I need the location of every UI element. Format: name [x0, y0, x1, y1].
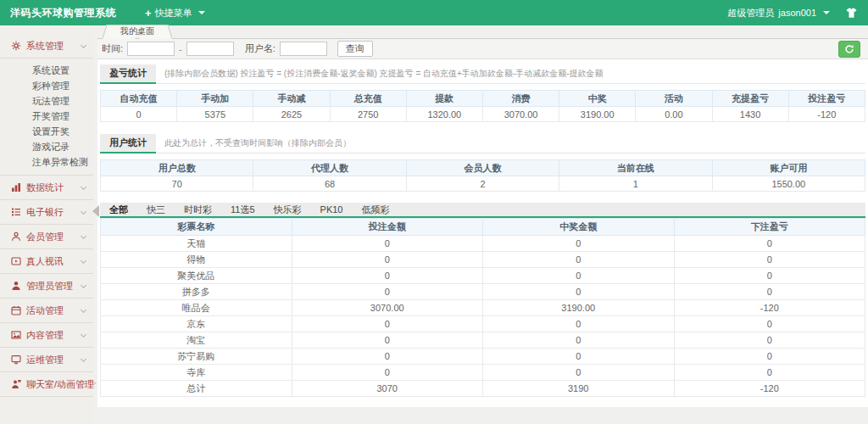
- cell: 0: [483, 349, 675, 365]
- gear-icon: [11, 41, 21, 51]
- cell: 3070.00: [292, 300, 483, 316]
- cell: 0: [483, 284, 675, 300]
- sidebar-item-e-banking[interactable]: 电子银行: [0, 200, 93, 225]
- cell: 0: [674, 284, 865, 300]
- sidebar-subitem-system-settings[interactable]: 系统设置: [0, 63, 93, 78]
- cell: 1320.00: [406, 107, 482, 122]
- cell: 0: [674, 236, 865, 252]
- users-section-hint: 此处为总计，不受查询时间影响（排除内部会员）: [164, 137, 351, 153]
- sidebar-subitem-game-records[interactable]: 游戏记录: [0, 139, 93, 154]
- refresh-icon: [844, 44, 854, 54]
- sidebar-item-content-management[interactable]: 内容管理: [0, 323, 93, 348]
- cell: 3070.00: [482, 107, 559, 122]
- lottery-tab-all[interactable]: 全部: [100, 202, 137, 217]
- sidebar-item-data-statistics[interactable]: 数据统计: [0, 176, 93, 200]
- cell: 0: [292, 365, 483, 381]
- sidebar-collapse-handle[interactable]: [92, 205, 99, 217]
- column-header: 中奖: [559, 91, 636, 107]
- sidebar-item-label: 内容管理: [26, 329, 64, 342]
- lottery-tab-dipincai[interactable]: 低频彩: [352, 202, 398, 217]
- column-header: 账户可用: [712, 160, 865, 176]
- column-header: 投注盈亏: [788, 91, 865, 107]
- lottery-tab-kuailecai[interactable]: 快乐彩: [264, 202, 311, 217]
- users-section-head: 用户统计 此处为总计，不受查询时间影响（排除内部会员）: [100, 134, 865, 153]
- app-title: 洋码头环球购管理系统: [10, 6, 116, 20]
- cell: 1430: [712, 107, 788, 122]
- plus-icon: +: [145, 7, 152, 20]
- cell: 总计: [101, 381, 292, 397]
- system-management-submenu: 系统设置 彩种管理 玩法管理 开奖管理 设置开奖 游戏记录 注单异常检测: [0, 59, 93, 176]
- user-icon: [11, 232, 21, 242]
- chevron-down-icon: [81, 183, 86, 189]
- sidebar-item-admin-management[interactable]: 管理员管理: [0, 274, 93, 298]
- cell: -120: [674, 381, 865, 397]
- sidebar-item-ops-management[interactable]: 运维管理: [0, 348, 93, 372]
- column-header: 用户总数: [101, 160, 253, 176]
- cell: 0: [292, 316, 483, 332]
- sidebar-item-chatroom-animation[interactable]: 聊天室/动画管理: [0, 372, 93, 397]
- top-bar: 洋码头环球购管理系统 + 快捷菜单 超级管理员 jason001: [0, 0, 868, 25]
- person-icon: [11, 281, 21, 291]
- lottery-tab-kuaisan[interactable]: 快三: [137, 202, 175, 217]
- quick-menu-button[interactable]: + 快捷菜单: [145, 7, 205, 20]
- list-icon: [11, 207, 21, 217]
- sidebar-item-label: 电子银行: [26, 206, 64, 219]
- cell: 3190: [483, 381, 675, 397]
- cell: 淘宝: [101, 332, 292, 349]
- cell: 0: [483, 316, 675, 332]
- shirt-icon[interactable]: [845, 7, 858, 19]
- tab-my-desktop[interactable]: 我的桌面: [106, 25, 169, 38]
- cell: 1550.00: [712, 176, 865, 192]
- username-input[interactable]: [280, 42, 327, 56]
- table-row: 寺库 0 0 0: [101, 365, 865, 381]
- table-header-row: 彩票名称 投注金额 中奖金额 下注盈亏: [101, 219, 865, 236]
- table-row: 苏宁易购 0 0 0: [101, 349, 865, 365]
- cell: -120: [788, 107, 865, 122]
- username-label: 用户名:: [245, 42, 275, 55]
- time-to-input[interactable]: [186, 42, 234, 56]
- lottery-tab-shishicai[interactable]: 时时彩: [175, 202, 221, 217]
- sidebar-item-member-management[interactable]: 会员管理: [0, 225, 93, 249]
- column-header: 当前在线: [559, 160, 712, 176]
- time-label: 时间:: [102, 42, 123, 55]
- table-row: 淘宝 0 0 0: [101, 332, 865, 349]
- sidebar-item-system-management[interactable]: 系统管理: [0, 34, 93, 59]
- cell: 0: [292, 349, 483, 365]
- profit-section-head: 盈亏统计 (排除内部会员数据) 投注盈亏 = (投注消费金额-返奖金额) 充提盈…: [100, 64, 865, 84]
- sidebar-subitem-draw-management[interactable]: 开奖管理: [0, 109, 93, 124]
- sidebar-item-label: 管理员管理: [26, 280, 73, 293]
- cell: 3190.00: [559, 107, 636, 122]
- refresh-button[interactable]: [838, 41, 860, 58]
- lottery-tab-pk10[interactable]: PK10: [311, 202, 353, 217]
- chevron-down-icon: [81, 282, 86, 287]
- cell: 0: [483, 268, 675, 284]
- cell: 0: [674, 332, 865, 349]
- cell: 2: [406, 176, 559, 192]
- profit-section-title[interactable]: 盈亏统计: [100, 64, 156, 84]
- cell: 天猫: [101, 236, 292, 252]
- cell: 0: [674, 349, 865, 365]
- cell: 0: [292, 332, 483, 349]
- sidebar-item-live-video[interactable]: 真人视讯: [0, 249, 93, 274]
- cell: 2750: [330, 107, 406, 122]
- sidebar-subitem-bet-anomaly[interactable]: 注单异常检测: [0, 154, 93, 170]
- sidebar-subitem-set-draw[interactable]: 设置开奖: [0, 124, 93, 139]
- lottery-tab-11x5[interactable]: 11选5: [221, 202, 264, 217]
- users-section-title[interactable]: 用户统计: [100, 134, 156, 153]
- column-header: 消费: [482, 91, 559, 107]
- cell: 得物: [101, 252, 292, 268]
- user-menu[interactable]: 超级管理员 jason001: [727, 7, 830, 20]
- cell: 68: [253, 176, 406, 192]
- cell: 0: [674, 316, 865, 332]
- table-row: 得物 0 0 0: [101, 252, 865, 268]
- sidebar-item-activity-management[interactable]: 活动管理: [0, 298, 93, 323]
- sidebar-subitem-play-method[interactable]: 玩法管理: [0, 93, 93, 109]
- table-row: 拼多多 0 0 0: [101, 284, 865, 300]
- search-button[interactable]: 查询: [337, 41, 373, 57]
- column-header: 彩票名称: [101, 219, 292, 236]
- cell: 0: [292, 284, 483, 300]
- sidebar-subitem-lottery-type[interactable]: 彩种管理: [0, 78, 93, 93]
- cell: 京东: [101, 316, 292, 332]
- cell: -120: [674, 300, 865, 316]
- time-from-input[interactable]: [127, 42, 175, 56]
